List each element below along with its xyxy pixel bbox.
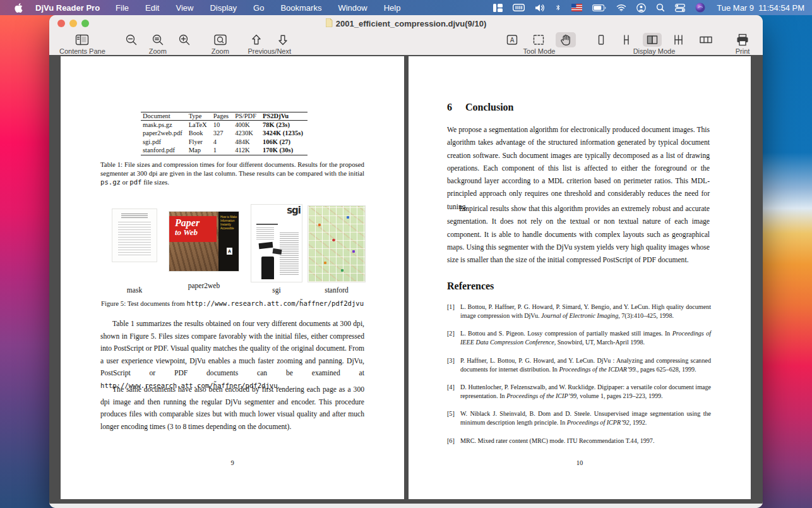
- volume-icon[interactable]: [530, 0, 550, 15]
- menu-display[interactable]: Display: [201, 3, 245, 13]
- cover-logo: A: [227, 248, 232, 255]
- thumbnail-mask: [112, 209, 157, 262]
- reference-item: [2]L. Bottou and S. Pigeon. Lossy compre…: [447, 329, 711, 347]
- wifi-icon[interactable]: [611, 0, 631, 15]
- table-row: sgi.pdfFlyer4484K106K (27): [141, 138, 307, 146]
- wide-spread-mode-button[interactable]: [696, 33, 716, 47]
- window-title: 2001_efficient_compression.djvu(9/10): [336, 19, 486, 28]
- col-type: Type: [187, 112, 212, 121]
- battery-icon[interactable]: [587, 0, 611, 15]
- user-switch-icon[interactable]: [631, 0, 651, 15]
- zoom-actual-size-button[interactable]: [148, 32, 167, 47]
- references-list: [1]L. Bottou, P. Haffner, P. G. Howard, …: [447, 303, 711, 454]
- paragraph: Empirical results show that this algorit…: [447, 203, 710, 267]
- zoom-label: Zoom: [149, 47, 167, 55]
- section-heading-references: References: [447, 281, 494, 292]
- toolbar: Contents Pane Zoom: [49, 32, 763, 56]
- menu-edit[interactable]: Edit: [137, 3, 167, 13]
- reference-item: [6]MRC. Mixed rater content (MRC) mode. …: [447, 437, 711, 445]
- reference-item: [5]W. Niblack J. Sheinvald, B. Dom and D…: [447, 409, 711, 427]
- page-number-left: 9: [61, 459, 404, 466]
- keyboard-icon[interactable]: [508, 0, 530, 15]
- reference-item: [4]D. Huttenlocher, P. Felzenszwalb, and…: [447, 383, 711, 401]
- table-caption: Table 1: File sizes and compression time…: [100, 160, 364, 186]
- display-mode-group: Display Mode: [592, 33, 716, 55]
- continuous-mode-button[interactable]: [618, 33, 635, 47]
- col-pages: Pages: [212, 112, 234, 121]
- document-icon: [326, 18, 333, 29]
- control-center-icon[interactable]: [670, 0, 690, 15]
- title-bar: 2001_efficient_compression.djvu(9/10): [49, 15, 763, 32]
- figure-label-mask: mask: [112, 286, 157, 294]
- menu-window[interactable]: Window: [330, 3, 375, 13]
- page-9: Document Type Pages PS/PDF PS2DjVu mask.…: [61, 56, 404, 499]
- prev-next-group: Previous/Next: [247, 33, 292, 55]
- single-page-mode-button[interactable]: [592, 33, 610, 47]
- col-document: Document: [141, 112, 187, 121]
- menu-bar: DjVu Reader Pro File Edit View Display G…: [0, 0, 812, 15]
- display-mode-label: Display Mode: [633, 47, 676, 55]
- page-number-right: 10: [409, 459, 751, 466]
- cover-title-line2: to Web: [175, 227, 217, 237]
- col-ps2djvu: PS2DjVu: [261, 112, 307, 121]
- zoom-group: Zoom: [122, 33, 194, 55]
- apple-menu[interactable]: [9, 3, 28, 13]
- spotlight-icon[interactable]: [651, 0, 670, 15]
- menu-bookmarks[interactable]: Bookmarks: [272, 3, 330, 13]
- tool-mode-group: A Tool Mode: [503, 33, 576, 55]
- next-page-button[interactable]: [273, 32, 292, 47]
- hand-tool-button[interactable]: [556, 32, 576, 47]
- paragraph: We propose a segmentation algorithm for …: [447, 124, 710, 214]
- contents-pane-group: Contents Pane: [59, 33, 105, 55]
- us-flag-input-icon[interactable]: [566, 0, 587, 15]
- thumbnail-stanford: [308, 206, 365, 282]
- paragraph: The same documents have also been encode…: [100, 384, 364, 433]
- paragraph: Table 1 summarizes the results obtained …: [100, 318, 364, 392]
- print-label: Print: [736, 47, 750, 55]
- marquee-zoom-label: Zoom: [212, 47, 229, 55]
- print-group: Print: [732, 33, 753, 55]
- section-heading-conclusion: 6Conclusion: [447, 102, 513, 113]
- zoom-out-button[interactable]: [122, 32, 141, 47]
- reference-item: [3]P. Haffner, L. Bottou, P. G. Howard, …: [447, 356, 711, 374]
- menu-go[interactable]: Go: [245, 3, 272, 13]
- prev-next-label: Previous/Next: [248, 47, 291, 55]
- figure-label-paper2web: paper2web: [169, 282, 239, 289]
- menu-app-name[interactable]: DjVu Reader Pro: [28, 3, 107, 13]
- thumbnail-paper2web: Paperto Web How to Make Information Inst…: [169, 212, 239, 271]
- cover-title-line1: Paper: [175, 218, 217, 227]
- two-page-continuous-mode-button[interactable]: [669, 33, 688, 47]
- table-row: paper2web.pdfBook3274230K3424K (1235s): [141, 129, 307, 137]
- svg-text:A: A: [510, 37, 515, 44]
- siri-icon[interactable]: [690, 0, 710, 15]
- marquee-zoom-group: Zoom: [210, 33, 230, 55]
- previous-page-button[interactable]: [247, 32, 266, 47]
- menu-view[interactable]: View: [167, 3, 201, 13]
- figure-caption: Figure 5: Test documents from http://www…: [100, 299, 364, 307]
- menu-file[interactable]: File: [107, 3, 137, 13]
- cover-side-text: How to Make Information Instantly Access…: [220, 215, 237, 230]
- zoom-in-button[interactable]: [175, 32, 194, 47]
- two-page-mode-button[interactable]: [643, 33, 662, 47]
- figure-label-stanford: stanford: [308, 286, 365, 294]
- sgi-logo-text: sgi: [287, 205, 301, 216]
- page-10: 6Conclusion We propose a segmentation al…: [409, 56, 751, 499]
- text-select-tool-button[interactable]: A: [503, 33, 522, 47]
- bluetooth-icon[interactable]: [550, 0, 566, 15]
- print-button[interactable]: [732, 32, 753, 47]
- window-bottom-edge: [49, 504, 763, 508]
- marquee-select-tool-button[interactable]: [529, 33, 548, 47]
- tool-mode-label: Tool Mode: [523, 47, 556, 55]
- marquee-zoom-button[interactable]: [210, 33, 230, 47]
- table-row: stanford.pdfMap1412K170K (30s): [141, 146, 307, 155]
- thumbnail-sgi: sgi: [251, 205, 302, 282]
- tiles-icon[interactable]: [488, 0, 508, 15]
- document-view[interactable]: Document Type Pages PS/PDF PS2DjVu mask.…: [49, 55, 763, 504]
- contents-pane-button[interactable]: [72, 33, 92, 47]
- table-row: mask.ps.gzLaTeX10400K78K (23s): [141, 121, 307, 130]
- results-table: Document Type Pages PS/PDF PS2DjVu mask.…: [141, 112, 307, 155]
- menu-help[interactable]: Help: [376, 3, 409, 13]
- figure-label-sgi: sgi: [251, 286, 302, 294]
- menu-clock[interactable]: Tue Mar 9 11:54:54 PM: [710, 3, 804, 13]
- reference-item: [1]L. Bottou, P. Haffner, P. G. Howard, …: [447, 303, 711, 320]
